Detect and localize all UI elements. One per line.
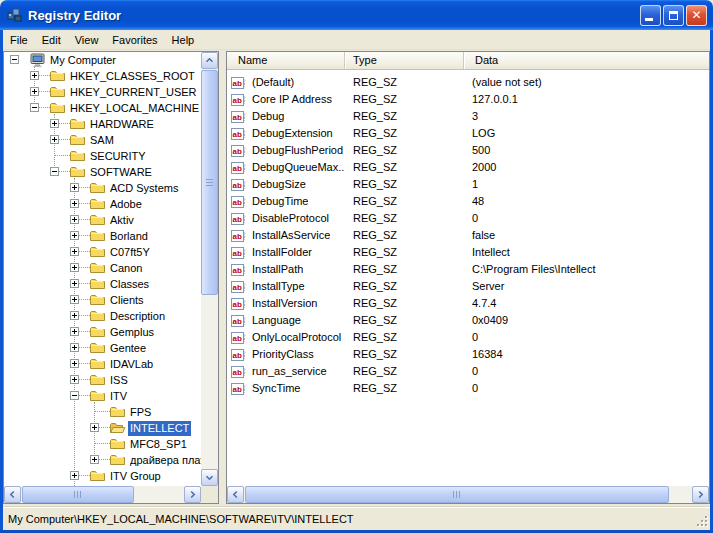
horizontal-scroll-thumb[interactable] — [245, 486, 669, 503]
expand-plus-icon[interactable] — [50, 119, 59, 128]
registry-value-row-run-as-service[interactable]: abrun_as_serviceREG_SZ0 — [227, 363, 709, 380]
tree-item-fps[interactable]: FPS — [4, 404, 201, 420]
menu-help[interactable]: Help — [165, 32, 202, 48]
expand-plus-icon[interactable] — [70, 359, 79, 368]
column-header-type[interactable]: Type — [345, 52, 464, 69]
expand-plus-icon[interactable] — [70, 327, 79, 336]
column-header-name[interactable]: Name — [227, 52, 345, 69]
tree-item-adobe[interactable]: Adobe — [4, 196, 201, 212]
registry-value-row-core-ip-address[interactable]: abCore IP AddressREG_SZ127.0.0.1 — [227, 91, 709, 108]
tree-item-mfc8-sp1[interactable]: MFC8_SP1 — [4, 436, 201, 452]
scroll-up-button[interactable] — [201, 52, 218, 69]
registry-value-row-debug[interactable]: abDebugREG_SZ3 — [227, 108, 709, 125]
expand-plus-icon[interactable] — [30, 71, 39, 80]
tree-item-intellect[interactable]: INTELLECT — [4, 420, 201, 436]
menu-file[interactable]: File — [3, 32, 35, 48]
window-border-left — [0, 30, 3, 533]
tree-item-software[interactable]: SOFTWARE — [4, 164, 201, 180]
menu-favorites[interactable]: Favorites — [105, 32, 164, 48]
expand-plus-icon[interactable] — [70, 311, 79, 320]
registry-value-row-installpath[interactable]: abInstallPathREG_SZC:\Program Files\Inte… — [227, 261, 709, 278]
registry-value-row-language[interactable]: abLanguageREG_SZ0x0409 — [227, 312, 709, 329]
expand-plus-icon[interactable] — [70, 471, 79, 480]
tree-item-security[interactable]: SECURITY — [4, 148, 201, 164]
expand-plus-icon[interactable] — [70, 215, 79, 224]
menu-edit[interactable]: Edit — [35, 32, 68, 48]
expand-plus-icon[interactable] — [70, 375, 79, 384]
scroll-right-button[interactable] — [184, 486, 201, 503]
list-horizontal-scrollbar[interactable] — [227, 486, 709, 503]
tree-item-hkey-classes-root[interactable]: HKEY_CLASSES_ROOT — [4, 68, 201, 84]
tree-item-idavlab[interactable]: IDAVLab — [4, 356, 201, 372]
vertical-scroll-thumb[interactable] — [201, 70, 218, 295]
registry-value-row-debugqueuemax[interactable]: abDebugQueueMax...REG_SZ2000 — [227, 159, 709, 176]
collapse-minus-icon[interactable] — [50, 167, 59, 176]
expand-plus-icon[interactable] — [70, 279, 79, 288]
tree-vertical-scrollbar[interactable] — [201, 52, 218, 486]
registry-editor-app-icon[interactable] — [6, 7, 23, 23]
titlebar[interactable]: Registry Editor ✕ — [0, 0, 713, 30]
tree-item-itv-group[interactable]: ITV Group — [4, 468, 201, 484]
tree-item-label: IDAVLab — [108, 357, 155, 372]
tree-item-hkey-local-machine[interactable]: HKEY_LOCAL_MACHINE — [4, 100, 201, 116]
registry-value-row-onlylocalprotocol[interactable]: abOnlyLocalProtocolREG_SZ0 — [227, 329, 709, 346]
tree-item-gentee[interactable]: Gentee — [4, 340, 201, 356]
tree-item-borland[interactable]: Borland — [4, 228, 201, 244]
collapse-minus-icon[interactable] — [70, 391, 79, 400]
expand-plus-icon[interactable] — [70, 183, 79, 192]
pane-splitter[interactable] — [219, 51, 226, 504]
tree-item-aktiv[interactable]: Aktiv — [4, 212, 201, 228]
registry-value-row-installversion[interactable]: abInstallVersionREG_SZ4.7.4 — [227, 295, 709, 312]
scroll-right-button[interactable] — [692, 486, 709, 503]
tree-item-sam[interactable]: SAM — [4, 132, 201, 148]
tree-item-my-computer[interactable]: My Computer — [4, 52, 201, 68]
expand-plus-icon[interactable] — [90, 455, 99, 464]
expand-plus-icon[interactable] — [70, 263, 79, 272]
close-button[interactable]: ✕ — [686, 5, 707, 26]
expand-plus-icon[interactable] — [70, 231, 79, 240]
registry-value-row-installfolder[interactable]: abInstallFolderREG_SZIntellect — [227, 244, 709, 261]
tree-item-classes[interactable]: Classes — [4, 276, 201, 292]
registry-value-row-debugsize[interactable]: abDebugSizeREG_SZ1 — [227, 176, 709, 193]
registry-value-row-installtype[interactable]: abInstallTypeREG_SZServer — [227, 278, 709, 295]
registry-value-row-debugtime[interactable]: abDebugTimeREG_SZ48 — [227, 193, 709, 210]
registry-value-row-default[interactable]: ab(Default)REG_SZ(value not set) — [227, 74, 709, 91]
horizontal-scroll-thumb[interactable] — [22, 486, 134, 503]
expand-plus-icon[interactable] — [70, 343, 79, 352]
expand-plus-icon[interactable] — [50, 135, 59, 144]
expand-plus-icon[interactable] — [90, 423, 99, 432]
tree-item-partial[interactable]: драйвера плат — [4, 452, 201, 468]
tree-item-iss[interactable]: ISS — [4, 372, 201, 388]
registry-value-row-debugflushperiod[interactable]: abDebugFlushPeriodREG_SZ500 — [227, 142, 709, 159]
registry-value-row-installasservice[interactable]: abInstallAsServiceREG_SZfalse — [227, 227, 709, 244]
expand-plus-icon[interactable] — [30, 87, 39, 96]
tree-item-c07ft5y[interactable]: C07ft5Y — [4, 244, 201, 260]
registry-value-row-disableprotocol[interactable]: abDisableProtocolREG_SZ0 — [227, 210, 709, 227]
resize-grip[interactable] — [695, 514, 708, 527]
tree-item-itv[interactable]: ITV — [4, 388, 201, 404]
registry-value-row-priorityclass[interactable]: abPriorityClassREG_SZ16384 — [227, 346, 709, 363]
registry-value-row-synctime[interactable]: abSyncTimeREG_SZ0 — [227, 380, 709, 397]
tree-item-hkey-current-user[interactable]: HKEY_CURRENT_USER — [4, 84, 201, 100]
menu-view[interactable]: View — [68, 32, 106, 48]
expand-plus-icon[interactable] — [70, 199, 79, 208]
minimize-button[interactable] — [640, 5, 661, 26]
tree-horizontal-scrollbar[interactable] — [4, 486, 201, 503]
collapse-minus-icon[interactable] — [10, 55, 19, 64]
scroll-left-button[interactable] — [227, 486, 244, 503]
expand-plus-icon[interactable] — [70, 295, 79, 304]
scroll-left-button[interactable] — [4, 486, 21, 503]
collapse-minus-icon[interactable] — [30, 103, 39, 112]
tree-item-clients[interactable]: Clients — [4, 292, 201, 308]
tree-item-hardware[interactable]: HARDWARE — [4, 116, 201, 132]
scroll-down-button[interactable] — [201, 469, 218, 486]
expand-plus-icon[interactable] — [70, 247, 79, 256]
tree-item-description[interactable]: Description — [4, 308, 201, 324]
tree-item-canon[interactable]: Canon — [4, 260, 201, 276]
tree-item-acd-systems[interactable]: ACD Systems — [4, 180, 201, 196]
column-header-data[interactable]: Data — [464, 52, 709, 69]
maximize-button[interactable] — [663, 5, 684, 26]
registry-value-row-debugextension[interactable]: abDebugExtensionREG_SZLOG — [227, 125, 709, 142]
tree-item-gemplus[interactable]: Gemplus — [4, 324, 201, 340]
chevron-left-icon — [231, 490, 240, 499]
